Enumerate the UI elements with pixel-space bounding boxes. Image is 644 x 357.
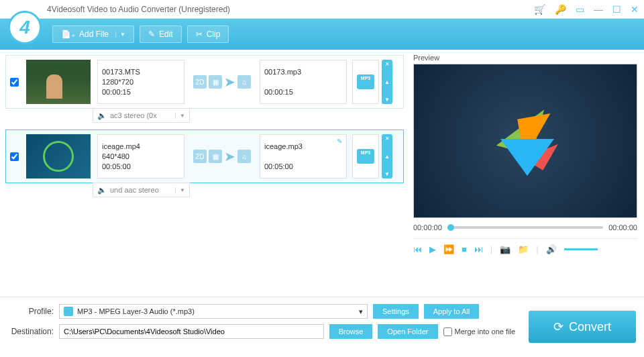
move-up-icon[interactable]: ▲ <box>384 79 390 85</box>
convert-icon: ⟳ <box>553 319 564 334</box>
audio-track-select[interactable]: 🔈 und aac stereo ▼ <box>93 183 190 197</box>
file-list: 00173.MTS 1280*720 00:00:15 2D ▦ ➤ ♫ 001… <box>0 50 409 297</box>
source-info: iceage.mp4 640*480 00:05:00 <box>97 134 184 178</box>
browse-button[interactable]: Browse <box>329 324 373 339</box>
pipeline-music-icon: ♫ <box>237 75 251 89</box>
close-item-icon[interactable]: ✕ <box>385 136 390 142</box>
edit-label: Edit <box>159 30 173 39</box>
minimize-icon[interactable]: — <box>594 4 603 15</box>
add-file-label: Add File <box>79 30 109 39</box>
output-duration: 00:00:15 <box>264 88 342 96</box>
source-resolution: 1280*720 <box>102 78 180 86</box>
chevron-down-icon: ▾ <box>359 307 363 316</box>
volume-icon[interactable]: 🔊 <box>546 244 557 254</box>
clip-button[interactable]: ✂ Clip <box>187 26 229 43</box>
maximize-icon[interactable]: ☐ <box>612 4 621 15</box>
snapshot-button[interactable]: 📷 <box>500 244 511 254</box>
output-format-badge[interactable] <box>352 60 379 104</box>
key-icon[interactable]: 🔑 <box>555 4 566 15</box>
merge-checkbox-input[interactable] <box>443 327 452 336</box>
window-title: 4Videosoft Video to Audio Converter (Unr… <box>47 5 230 14</box>
file-thumbnail[interactable] <box>26 60 91 104</box>
open-folder-button[interactable]: Open Folder <box>378 324 437 339</box>
preview-logo-icon <box>488 104 562 178</box>
conversion-pipeline: 2D ▦ ➤ ♫ <box>190 134 254 178</box>
source-duration: 00:05:00 <box>102 162 180 170</box>
output-format-badge[interactable] <box>352 134 379 178</box>
volume-slider[interactable] <box>564 248 598 250</box>
file-row[interactable]: iceage.mp4 640*480 00:05:00 2D ▦ ➤ ♫ ✎ i… <box>5 130 404 183</box>
profile-label: Profile: <box>8 307 54 316</box>
play-button[interactable]: ▶ <box>429 244 436 254</box>
arrow-right-icon: ➤ <box>224 74 235 90</box>
file-checkbox[interactable] <box>10 152 19 161</box>
clip-icon: ✂ <box>196 30 203 39</box>
clip-label: Clip <box>207 30 221 39</box>
output-info: 00173.mp3 00:00:15 <box>260 60 347 104</box>
chevron-down-icon: ▼ <box>175 187 185 193</box>
source-filename: iceage.mp4 <box>102 142 180 150</box>
edit-button[interactable]: ✎ Edit <box>140 26 182 43</box>
settings-button[interactable]: Settings <box>373 304 419 319</box>
move-down-icon[interactable]: ▼ <box>384 171 390 177</box>
convert-label: Convert <box>569 320 611 334</box>
source-filename: 00173.MTS <box>102 68 180 76</box>
add-file-icon: 📄₊ <box>61 30 75 39</box>
source-info: 00173.MTS 1280*720 00:00:15 <box>97 60 184 104</box>
profile-select[interactable]: MP3 - MPEG Layer-3 Audio (*.mp3) ▾ <box>59 304 368 319</box>
merge-label: Merge into one file <box>455 327 516 336</box>
snapshot-folder-button[interactable]: 📁 <box>518 244 529 254</box>
mp3-icon <box>357 74 374 89</box>
output-info: ✎ iceage.mp3 00:05:00 <box>260 134 347 178</box>
output-filename: 00173.mp3 <box>264 68 342 76</box>
pipeline-grid-icon: ▦ <box>209 75 222 89</box>
audio-track-select[interactable]: 🔈 ac3 stereo (0x ▼ <box>93 108 190 123</box>
time-current: 00:00:00 <box>413 223 442 232</box>
feedback-icon[interactable]: ▭ <box>576 4 584 15</box>
move-down-icon[interactable]: ▼ <box>384 97 390 103</box>
preview-panel: Preview 00:00:00 00:00:00 ⏮ ▶ ⏩ ■ ⏭ | 📷 … <box>409 50 644 297</box>
prev-button[interactable]: ⏮ <box>413 244 422 254</box>
file-row[interactable]: 00173.MTS 1280*720 00:00:15 2D ▦ ➤ ♫ 001… <box>5 55 404 109</box>
separator: | <box>536 244 538 254</box>
reorder-control[interactable]: ✕ ▲ ▼ <box>382 60 392 104</box>
close-item-icon[interactable]: ✕ <box>385 61 390 67</box>
preview-screen[interactable] <box>413 64 637 218</box>
cart-icon[interactable]: 🛒 <box>534 4 545 15</box>
merge-checkbox[interactable]: Merge into one file <box>443 327 516 336</box>
pipeline-2d-icon: 2D <box>193 150 207 163</box>
next-button[interactable]: ⏭ <box>474 244 483 254</box>
chevron-down-icon: ▼ <box>175 113 185 119</box>
add-file-button[interactable]: 📄₊ Add File ▼ <box>52 26 134 43</box>
audio-track-label: und aac stereo <box>110 186 159 194</box>
profile-value: MP3 - MPEG Layer-3 Audio (*.mp3) <box>77 307 195 315</box>
timeline-slider[interactable] <box>447 226 603 229</box>
toolbar: 📄₊ Add File ▼ ✎ Edit ✂ Clip <box>0 19 644 50</box>
preview-label: Preview <box>413 54 637 62</box>
apply-all-button[interactable]: Apply to All <box>424 304 479 319</box>
pipeline-2d-icon: 2D <box>193 75 207 89</box>
stop-button[interactable]: ■ <box>462 244 467 254</box>
file-thumbnail[interactable] <box>26 134 91 178</box>
destination-label: Destination: <box>8 327 54 336</box>
file-checkbox[interactable] <box>10 78 19 87</box>
convert-button[interactable]: ⟳ Convert <box>529 311 636 343</box>
mp3-icon <box>357 149 374 164</box>
speaker-icon: 🔈 <box>97 186 107 195</box>
audio-track-label: ac3 stereo (0x <box>110 111 157 119</box>
chevron-down-icon[interactable]: ▼ <box>115 32 125 38</box>
source-resolution: 640*480 <box>102 152 180 160</box>
ffwd-button[interactable]: ⏩ <box>443 244 454 254</box>
pipeline-grid-icon: ▦ <box>209 150 222 163</box>
separator: | <box>490 244 492 254</box>
edit-output-icon[interactable]: ✎ <box>337 138 342 145</box>
edit-icon: ✎ <box>148 30 155 39</box>
source-duration: 00:00:15 <box>102 88 180 96</box>
destination-input[interactable] <box>59 324 324 339</box>
close-icon[interactable]: ✕ <box>631 4 639 15</box>
pipeline-music-icon: ♫ <box>237 150 251 163</box>
arrow-right-icon: ➤ <box>224 148 235 164</box>
move-up-icon[interactable]: ▲ <box>384 154 390 160</box>
titlebar: 4Videosoft Video to Audio Converter (Unr… <box>0 0 644 19</box>
reorder-control[interactable]: ✕ ▲ ▼ <box>382 134 392 178</box>
